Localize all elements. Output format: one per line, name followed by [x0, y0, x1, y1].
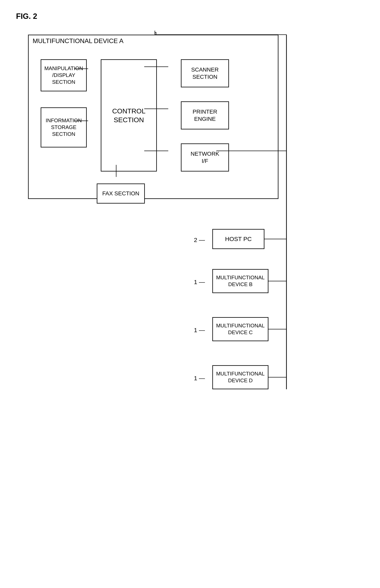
device-c-box: MULTIFUNCTIONALDEVICE C [212, 317, 268, 341]
printer-engine-box: PRINTERENGINE [181, 101, 229, 130]
printer-engine-label: PRINTERENGINE [193, 108, 217, 123]
network-if-box: NETWORKI/F [181, 143, 229, 171]
information-storage-box: INFORMATIONSTORAGESECTION [41, 107, 87, 148]
device-a-label: MULTIFUNCTIONAL DEVICE A [33, 37, 123, 45]
manipulation-display-box: MANIPULATION/DISPLAYSECTION [41, 59, 87, 91]
device-d-number: 1 — [194, 375, 205, 382]
fax-section-box: FAX SECTION [97, 184, 145, 204]
information-storage-label: INFORMATIONSTORAGESECTION [46, 117, 82, 137]
page-container: FIG. 2 1 MULTIFUNCTIONAL DEVICE A CONTRO… [0, 0, 380, 588]
host-pc-box: HOST PC [212, 229, 265, 249]
fax-section-label: FAX SECTION [102, 190, 139, 197]
scanner-section-box: SCANNERSECTION [181, 59, 229, 87]
network-if-label: NETWORKI/F [190, 150, 219, 165]
device-b-label: MULTIFUNCTIONALDEVICE B [216, 274, 265, 288]
diagram-area: 1 MULTIFUNCTIONAL DEVICE A CONTROLSECTIO… [16, 29, 357, 588]
device-c-number: 1 — [194, 327, 205, 334]
device-d-label: MULTIFUNCTIONALDEVICE D [216, 370, 265, 384]
control-section-label: CONTROLSECTION [112, 107, 145, 124]
control-section-box: CONTROLSECTION [101, 59, 157, 171]
device-c-label: MULTIFUNCTIONALDEVICE C [216, 322, 265, 336]
host-pc-number: 2 — [194, 237, 205, 243]
figure-label: FIG. 2 [16, 12, 364, 21]
device-d-box: MULTIFUNCTIONALDEVICE D [212, 365, 268, 389]
manipulation-display-label: MANIPULATION/DISPLAYSECTION [44, 65, 83, 85]
host-pc-label: HOST PC [225, 236, 252, 242]
device-b-box: MULTIFUNCTIONALDEVICE B [212, 269, 268, 293]
device-a-outer-box: MULTIFUNCTIONAL DEVICE A CONTROLSECTION … [28, 35, 278, 199]
scanner-section-label: SCANNERSECTION [191, 66, 219, 81]
device-b-number: 1 — [194, 279, 205, 285]
